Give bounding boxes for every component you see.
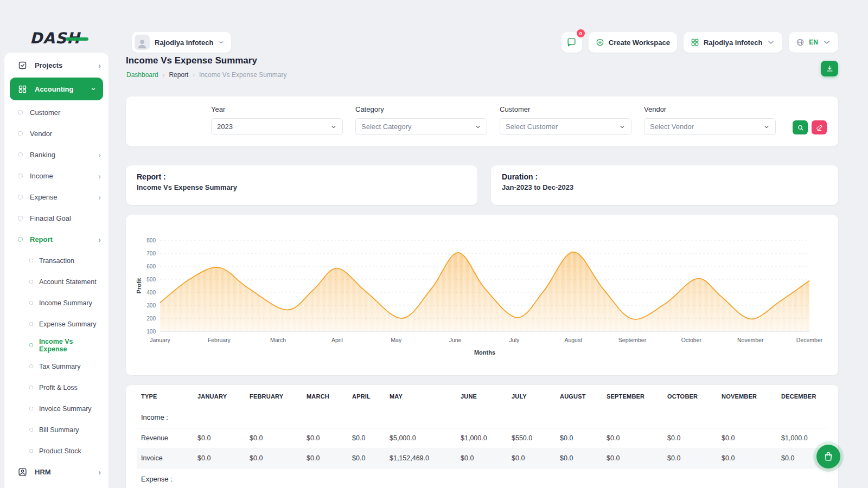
sidebar-item-income-vs-expense[interactable]: Income Vs Expense <box>4 335 108 356</box>
chat-icon <box>566 37 577 48</box>
sidebar-item-income[interactable]: Income› <box>4 165 108 187</box>
app-logo[interactable]: DASH <box>30 29 91 49</box>
dot-icon <box>29 301 33 305</box>
customer-select[interactable]: Select Customer <box>500 118 631 135</box>
vendor-select[interactable]: Select Vendor <box>644 118 776 135</box>
cell-value: $1,000.0 <box>777 428 827 448</box>
apply-filter-button[interactable] <box>793 120 808 134</box>
column-header-january: JANUARY <box>193 385 245 407</box>
cell-value: $0.0 <box>717 448 777 468</box>
messages-button[interactable]: 0 <box>561 32 582 53</box>
workspace-name: Rajodiya infotech <box>155 38 213 47</box>
sidebar-item-invoice-summary[interactable]: Invoice Summary <box>4 398 108 419</box>
grid-icon <box>18 85 27 94</box>
sidebar: Projects›Accounting›CustomerVendorBankin… <box>4 53 108 488</box>
eraser-icon <box>816 124 823 131</box>
sidebar-item-label: Accounting <box>35 85 74 93</box>
duration-card-title: Duration : <box>502 172 827 181</box>
sidebar-item-expense-summary[interactable]: Expense Summary <box>4 313 108 335</box>
report-table-card: TYPEJANUARYFEBRUARYMARCHAPRILMAYJUNEJULY… <box>126 385 838 488</box>
dot-icon <box>29 280 33 284</box>
svg-text:May: May <box>391 337 402 343</box>
sidebar-item-transaction[interactable]: Transaction <box>4 250 108 271</box>
dot-icon <box>29 259 33 262</box>
chevron-right-icon: › <box>98 151 101 159</box>
sidebar-item-account-statement[interactable]: Account Statement <box>4 271 108 292</box>
chevron-down-icon <box>619 124 626 130</box>
svg-text:August: August <box>564 337 582 343</box>
sidebar-item-label: Finacial Goal <box>30 214 71 222</box>
sidebar-item-accounting[interactable]: Accounting› <box>10 78 103 100</box>
income-expense-table: TYPEJANUARYFEBRUARYMARCHAPRILMAYJUNEJULY… <box>137 385 827 488</box>
topbar: Rajodiya infotech 0 Create Workspace Raj… <box>132 31 838 54</box>
customer-field: Customer Select Customer <box>500 105 631 135</box>
sidebar-item-label: Tax Summary <box>39 363 80 370</box>
sidebar-item-banking[interactable]: Banking› <box>4 144 108 165</box>
language-selector[interactable]: EN <box>789 32 838 53</box>
notification-badge: 0 <box>577 29 585 37</box>
sidebar-item-bill-summary[interactable]: Bill Summary <box>4 419 108 440</box>
svg-text:December: December <box>796 337 823 343</box>
circle-icon <box>18 174 23 178</box>
column-header-april: APRIL <box>348 385 385 407</box>
cell-value: $0.0 <box>556 428 602 448</box>
sidebar-item-vendor[interactable]: Vendor <box>4 123 108 144</box>
svg-text:October: October <box>681 337 702 343</box>
cell-value: $0.0 <box>348 448 385 468</box>
cell-value: $5,000.0 <box>385 428 456 448</box>
column-header-september: SEPTEMBER <box>602 385 663 407</box>
table-header-row: TYPEJANUARYFEBRUARYMARCHAPRILMAYJUNEJULY… <box>137 385 827 407</box>
sidebar-item-finacial-goal[interactable]: Finacial Goal <box>4 208 108 229</box>
svg-text:100: 100 <box>146 329 156 335</box>
workspace-dropdown[interactable]: Rajodiya infotech <box>684 32 782 53</box>
report-card-value: Income Vs Expense Summary <box>137 183 467 191</box>
svg-text:400: 400 <box>146 290 156 296</box>
year-label: Year <box>211 105 343 113</box>
cell-value: $550.0 <box>507 428 556 448</box>
cell-value: $0.0 <box>456 448 507 468</box>
sidebar-item-customer[interactable]: Customer <box>4 102 108 123</box>
globe-icon <box>796 38 805 47</box>
sidebar-item-label: Vendor <box>30 130 52 138</box>
filter-fields: Year 2023 Category Select Category Custo… <box>211 105 776 135</box>
circle-icon <box>18 152 23 157</box>
svg-text:June: June <box>449 337 462 343</box>
workspace-selector[interactable]: Rajodiya infotech <box>132 32 231 53</box>
breadcrumb-dashboard[interactable]: Dashboard <box>126 71 158 79</box>
cell-value: $0.0 <box>302 448 348 468</box>
create-workspace-button[interactable]: Create Workspace <box>589 32 677 53</box>
category-select[interactable]: Select Category <box>355 118 487 135</box>
column-header-june: JUNE <box>456 385 507 407</box>
sidebar-item-tax-summary[interactable]: Tax Summary <box>4 356 108 377</box>
sidebar-item-label: HRM <box>35 468 51 476</box>
svg-text:September: September <box>618 337 647 343</box>
svg-text:700: 700 <box>146 251 156 256</box>
sidebar-item-hrm[interactable]: HRM› <box>4 461 108 483</box>
sidebar-item-label: Expense <box>30 193 58 201</box>
sidebar-item-expense[interactable]: Expense› <box>4 187 108 208</box>
language-code: EN <box>809 38 818 46</box>
sidebar-item-label: Bill Summary <box>39 426 79 434</box>
sidebar-item-profit-loss[interactable]: Profit & Loss <box>4 377 108 398</box>
year-select[interactable]: 2023 <box>211 118 343 135</box>
floating-cart-button[interactable] <box>816 445 840 468</box>
svg-text:600: 600 <box>146 264 156 269</box>
cell-value: $0.0 <box>302 428 348 448</box>
svg-text:500: 500 <box>146 277 156 282</box>
svg-text:200: 200 <box>146 316 156 322</box>
column-header-may: MAY <box>385 385 456 407</box>
vendor-field: Vendor Select Vendor <box>644 105 776 135</box>
cell-value: $1,000.0 <box>456 428 507 448</box>
svg-text:March: March <box>270 337 286 343</box>
download-button[interactable] <box>821 61 838 76</box>
cell-value: $1,152,469.0 <box>385 448 456 468</box>
breadcrumb-report[interactable]: Report <box>169 71 188 79</box>
reset-filter-button[interactable] <box>812 120 827 134</box>
chevron-right-icon: › <box>98 62 101 69</box>
sidebar-item-projects[interactable]: Projects› <box>4 55 108 76</box>
dot-icon <box>29 407 33 410</box>
cell-value: $0.0 <box>663 428 717 448</box>
sidebar-item-income-summary[interactable]: Income Summary <box>4 292 108 313</box>
sidebar-item-product-stock[interactable]: Product Stock <box>4 440 108 461</box>
sidebar-item-report[interactable]: Report› <box>4 229 108 250</box>
